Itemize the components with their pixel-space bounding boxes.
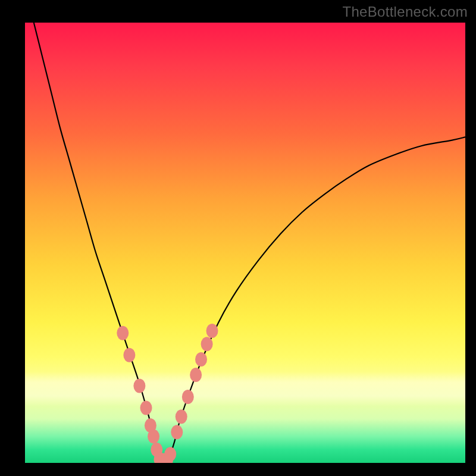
curve-layer [25,23,465,463]
curve-right-branch [167,137,465,459]
marker-dot [133,379,145,393]
marker-dot [182,390,194,404]
marker-dot [117,326,129,340]
plot-area [25,23,465,463]
watermark-text: TheBottleneck.com [342,4,468,20]
marker-dot [171,425,183,439]
marker-dot [206,324,218,338]
chart-frame: TheBottleneck.com [0,0,476,476]
marker-dot [195,352,207,367]
marker-dot [123,348,135,362]
marker-dot [148,430,159,444]
marker-group [117,324,218,463]
marker-dot [164,447,176,461]
marker-dot [140,401,152,415]
marker-dot [176,409,187,424]
marker-dot [190,368,202,382]
curve-left-branch [34,23,160,460]
marker-dot [201,337,213,351]
